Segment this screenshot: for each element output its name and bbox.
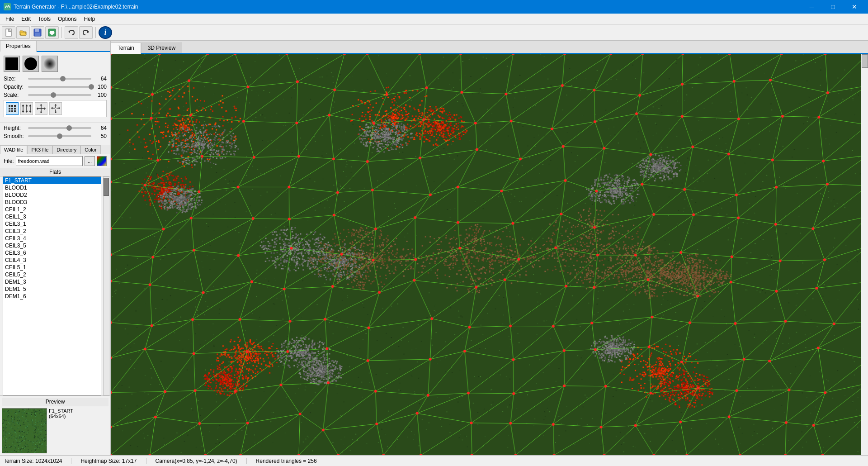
smooth-slider-row: Smooth: 50 xyxy=(4,133,107,139)
opacity-value: 100 xyxy=(93,84,107,90)
tab-terrain[interactable]: Terrain xyxy=(111,43,141,54)
scrollbar-vertical[interactable] xyxy=(861,54,868,455)
main-area: Terrain 3D Preview xyxy=(111,41,868,455)
menu-edit[interactable]: Edit xyxy=(18,14,34,24)
brush-samples xyxy=(4,56,107,72)
toolbar-separator-1 xyxy=(61,27,62,38)
svg-rect-6 xyxy=(9,105,10,107)
smooth-label: Smooth: xyxy=(4,133,26,139)
height-value: 64 xyxy=(93,125,107,131)
properties-tab-bar: Properties xyxy=(0,41,110,52)
svg-rect-14 xyxy=(14,110,16,112)
flat-item[interactable]: CEIL3_4 xyxy=(3,235,101,242)
scale-value: 100 xyxy=(93,92,107,98)
menu-help[interactable]: Help xyxy=(80,14,99,24)
brush-type-dot[interactable] xyxy=(6,102,19,115)
titlebar-left: Terrain Generator - F:\...ample02\Exampl… xyxy=(4,3,138,10)
flat-list-container: F1_STARTBLOOD1BLOOD2BLOOD3CEIL1_2CEIL1_3… xyxy=(0,176,110,395)
status-camera: Camera(x=0,85, y=-1,24, z=-4,70) xyxy=(156,458,237,464)
maximize-button[interactable]: □ xyxy=(823,0,843,14)
scale-slider-row: Scale: 100 xyxy=(4,92,107,98)
info-button[interactable]: i xyxy=(99,26,112,39)
flat-item[interactable]: CEIL3_1 xyxy=(3,220,101,228)
tab-color[interactable]: Color xyxy=(80,145,100,154)
color-picker-button[interactable] xyxy=(97,156,107,166)
main-container: Properties Size: 64 Opacity: xyxy=(0,41,868,455)
statusbar: Terrain Size: 1024x1024 Heightmap Size: … xyxy=(0,455,868,466)
svg-rect-4 xyxy=(35,33,40,36)
redo-button[interactable] xyxy=(79,26,93,39)
terrain-canvas[interactable] xyxy=(111,54,868,455)
scale-thumb[interactable] xyxy=(51,92,56,98)
tab-properties[interactable]: Properties xyxy=(0,41,37,52)
flat-list-inner: F1_STARTBLOOD1BLOOD2BLOOD3CEIL1_2CEIL1_3… xyxy=(1,176,109,395)
flat-item[interactable]: DEM1_6 xyxy=(3,293,101,300)
flat-item[interactable]: DEM1_5 xyxy=(3,285,101,293)
flat-item[interactable]: CEIL3_2 xyxy=(3,228,101,235)
brush-type-collapse[interactable] xyxy=(49,102,62,115)
undo-button[interactable] xyxy=(65,26,78,39)
tab-3d-preview[interactable]: 3D Preview xyxy=(141,43,182,53)
svg-rect-10 xyxy=(11,108,13,109)
svg-rect-13 xyxy=(11,110,13,112)
flat-item[interactable]: BLOOD1 xyxy=(3,184,101,191)
menu-file[interactable]: File xyxy=(2,14,18,24)
flat-item[interactable]: CEIL5_2 xyxy=(3,271,101,278)
flat-item[interactable]: CEIL4_3 xyxy=(3,257,101,264)
app-title: Terrain Generator - F:\...ample02\Exampl… xyxy=(14,4,138,10)
brush-type-cross[interactable] xyxy=(35,102,47,115)
titlebar-controls: ─ □ ✕ xyxy=(802,0,864,14)
menu-options[interactable]: Options xyxy=(54,14,80,24)
size-thumb[interactable] xyxy=(60,76,66,81)
flat-item[interactable]: BLOOD2 xyxy=(3,191,101,199)
minimize-button[interactable]: ─ xyxy=(802,0,822,14)
flat-list-scrollbar[interactable] xyxy=(103,176,109,395)
tab-wad-file[interactable]: WAD file xyxy=(0,145,27,154)
new-button[interactable] xyxy=(2,26,15,39)
preview-header: Preview xyxy=(2,398,108,406)
soft-brush[interactable] xyxy=(42,56,58,72)
flat-item[interactable]: CEIL3_6 xyxy=(3,249,101,257)
tab-directory[interactable]: Directory xyxy=(52,145,80,154)
tab-pk3-file[interactable]: PK3 file xyxy=(27,145,52,154)
opacity-thumb[interactable] xyxy=(89,84,94,90)
brush-type-row xyxy=(4,100,107,117)
height-thumb[interactable] xyxy=(66,125,72,131)
flat-item[interactable]: CEIL3_5 xyxy=(3,242,101,249)
flat-item[interactable]: CEIL5_1 xyxy=(3,264,101,271)
svg-rect-12 xyxy=(9,110,10,112)
menubar: File Edit Tools Options Help xyxy=(0,14,868,24)
flat-item[interactable]: BLOOD3 xyxy=(3,199,101,206)
save-button[interactable] xyxy=(31,26,44,39)
app-icon xyxy=(4,3,11,10)
status-terrain-size: Terrain Size: 1024x1024 xyxy=(4,458,62,464)
preview-box xyxy=(2,408,47,453)
export-button[interactable] xyxy=(45,26,59,39)
square-brush[interactable] xyxy=(4,56,20,72)
flat-item[interactable]: CEIL1_2 xyxy=(3,206,101,213)
opacity-slider-row: Opacity: 100 xyxy=(4,84,107,90)
toolbar: i xyxy=(0,24,868,41)
brush-type-updown[interactable] xyxy=(20,102,33,115)
file-input[interactable] xyxy=(16,156,83,166)
round-brush[interactable] xyxy=(23,56,39,72)
flat-list[interactable]: F1_STARTBLOOD1BLOOD2BLOOD3CEIL1_2CEIL1_3… xyxy=(3,176,101,395)
status-sep-3 xyxy=(246,458,247,464)
flats-header: Flats xyxy=(0,168,110,176)
menu-tools[interactable]: Tools xyxy=(34,14,54,24)
preview-name: F1_START xyxy=(49,408,73,414)
file-label: File: xyxy=(4,158,14,164)
flat-item[interactable]: F1_START xyxy=(3,177,101,184)
left-panel: Properties Size: 64 Opacity: xyxy=(0,41,111,455)
file-browse-button[interactable]: ... xyxy=(85,156,95,166)
open-button[interactable] xyxy=(16,26,30,39)
flat-item[interactable]: DEM1_3 xyxy=(3,278,101,285)
svg-rect-7 xyxy=(11,105,13,107)
flat-item[interactable]: CEIL1_3 xyxy=(3,213,101,220)
scrollbar-thumb-vertical[interactable] xyxy=(862,54,868,68)
smooth-thumb[interactable] xyxy=(57,133,62,139)
close-button[interactable]: ✕ xyxy=(844,0,864,14)
file-row: File: ... xyxy=(0,154,110,168)
preview-section: Preview F1_START (64x64) xyxy=(0,395,110,455)
preview-size: (64x64) xyxy=(49,414,73,419)
